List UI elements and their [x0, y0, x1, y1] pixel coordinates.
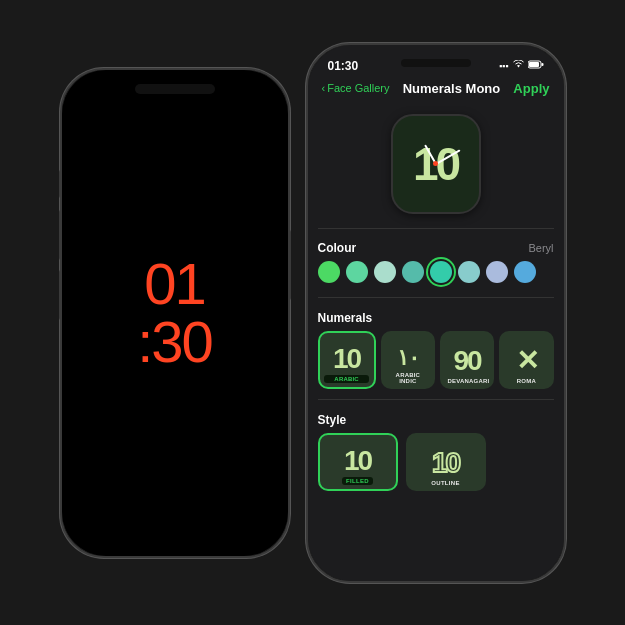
left-phone: 01 :30: [60, 68, 290, 558]
numeral-devanagari-label: DEVANAGARI: [445, 377, 490, 385]
numeral-arabic-label: ARABIC: [324, 375, 369, 383]
scroll-area: 10 Colour Beryl: [308, 104, 564, 581]
main-container: 01 :30 01:30 ▪▪▪: [0, 0, 625, 625]
left-phone-vol-up-btn[interactable]: [59, 210, 62, 260]
minute-hand: [435, 149, 460, 164]
left-phone-mute-btn[interactable]: [59, 170, 62, 198]
numeral-roman[interactable]: ✕ ROMA: [499, 331, 553, 389]
wifi-icon: [513, 60, 524, 71]
back-button[interactable]: ‹ Face Gallery: [322, 82, 390, 94]
swatch-seafoam[interactable]: [458, 261, 480, 283]
watch-hands: [393, 116, 479, 212]
apply-button[interactable]: Apply: [513, 81, 549, 96]
style-section: Style 10 FILLED 10 OUTLINE: [318, 410, 554, 491]
center-dot: [433, 161, 438, 166]
clock-hours: 01: [137, 255, 212, 313]
colour-header-row: Colour Beryl: [318, 239, 554, 257]
style-filled[interactable]: 10 FILLED: [318, 433, 398, 491]
swatch-mint[interactable]: [346, 261, 368, 283]
style-label: Style: [318, 411, 347, 429]
numeral-arabic-display: 10: [333, 345, 360, 373]
style-filled-display: 10: [344, 447, 371, 475]
left-phone-screen: 01 :30: [62, 70, 288, 556]
right-phone-screen: 01:30 ▪▪▪: [308, 45, 564, 581]
colour-section: Colour Beryl: [318, 239, 554, 287]
numeral-roman-display: ✕: [516, 347, 537, 375]
chevron-left-icon: ‹: [322, 82, 326, 94]
numeral-indic-label: ARABIC INDIC: [385, 371, 430, 385]
swatch-light-teal[interactable]: [374, 261, 396, 283]
style-filled-label: FILLED: [342, 477, 373, 485]
battery-icon: [528, 60, 544, 71]
status-icons: ▪▪▪: [499, 60, 544, 71]
divider-1: [318, 228, 554, 229]
clock-display: 01 :30: [137, 255, 212, 371]
nav-title: Numerals Mono: [403, 81, 501, 96]
style-outline-display: 10: [432, 449, 459, 477]
clock-minutes: :30: [137, 313, 212, 371]
divider-3: [318, 399, 554, 400]
swatch-blue[interactable]: [514, 261, 536, 283]
numeral-indic-display: ١٠: [397, 347, 419, 369]
style-outline-label: OUTLINE: [427, 479, 463, 487]
watch-preview: 10: [318, 110, 554, 218]
colour-value: Beryl: [528, 242, 553, 254]
back-label: Face Gallery: [327, 82, 389, 94]
watch-face: 10: [391, 114, 481, 214]
style-outline[interactable]: 10 OUTLINE: [406, 433, 486, 491]
numeral-arabic[interactable]: 10 ARABIC: [318, 331, 376, 389]
status-time: 01:30: [328, 59, 359, 73]
color-swatches: [318, 257, 554, 287]
right-phone: 01:30 ▪▪▪: [306, 43, 566, 583]
style-options: 10 FILLED 10 OUTLINE: [318, 433, 554, 491]
numeral-arabic-indic[interactable]: ١٠ ARABIC INDIC: [381, 331, 435, 389]
divider-2: [318, 297, 554, 298]
swatch-beryl[interactable]: [430, 261, 452, 283]
numeral-roman-label: ROMA: [504, 377, 549, 385]
colour-label: Colour: [318, 239, 357, 257]
numeral-devanagari-display: 90: [454, 347, 481, 375]
svg-rect-2: [529, 62, 539, 67]
left-phone-vol-down-btn[interactable]: [59, 270, 62, 320]
swatch-teal[interactable]: [402, 261, 424, 283]
signal-icon: ▪▪▪: [499, 61, 509, 71]
swatch-sky[interactable]: [486, 261, 508, 283]
swatch-green[interactable]: [318, 261, 340, 283]
right-phone-power-btn[interactable]: [564, 145, 566, 205]
numerals-label: Numerals: [318, 309, 373, 327]
numeral-devanagari[interactable]: 90 DEVANAGARI: [440, 331, 494, 389]
numeral-options: 10 ARABIC ١٠ ARABIC INDIC 90 DEVANAGARI: [318, 331, 554, 389]
left-phone-power-btn[interactable]: [288, 230, 291, 300]
nav-bar: ‹ Face Gallery Numerals Mono Apply: [308, 77, 564, 104]
numerals-section: Numerals 10 ARABIC ١٠ ARABIC INDIC 90 DE: [318, 308, 554, 389]
status-bar: 01:30 ▪▪▪: [308, 45, 564, 77]
svg-rect-1: [541, 63, 543, 66]
